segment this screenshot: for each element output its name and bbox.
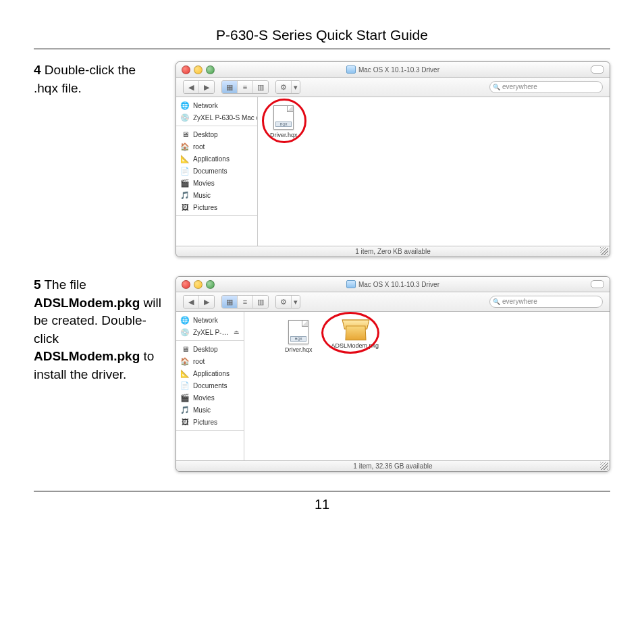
gear-icon: ⚙ [276, 296, 292, 308]
back-button[interactable]: ◀ [184, 81, 199, 93]
step-text-bold: ADSLModem.pkg [34, 296, 140, 310]
view-buttons: ▦ ≡ ▥ [221, 80, 269, 94]
sidebar-item-label: Movies [193, 180, 215, 187]
pictures-icon: 🖼 [180, 203, 190, 212]
step-5-row: 5 The file ADSLModem.pkg will be created… [34, 276, 610, 472]
document-icon: HQX [288, 320, 308, 344]
file-driver-hqx[interactable]: HQX Driver.hqx [285, 320, 313, 353]
sidebar-item-music[interactable]: 🎵Music [176, 404, 244, 416]
titlebar[interactable]: Mac OS X 10.1-10.3 Driver [176, 277, 610, 292]
sidebar-item-label: Network [193, 317, 218, 324]
sidebar-item-pictures[interactable]: 🖼Pictures [176, 416, 244, 428]
finder-window-1: Mac OS X 10.1-10.3 Driver ◀ ▶ ▦ ≡ ▥ ⚙ ▾ … [176, 61, 610, 257]
sidebar-item-label: ZyXEL P-630-S Mac driver [193, 114, 257, 122]
home-icon: 🏠 [180, 356, 190, 366]
sidebar-item-root[interactable]: 🏠root [176, 355, 244, 367]
sidebar-item-applications[interactable]: 📐Applications [176, 153, 257, 165]
window-title: Mac OS X 10.1-10.3 Driver [176, 65, 610, 74]
step-text-bold: ADSLModem.pkg [34, 349, 140, 363]
status-text: 1 item, 32.36 GB available [353, 462, 432, 470]
list-view-button[interactable]: ≡ [238, 296, 253, 308]
file-badge: HQX [290, 336, 306, 342]
content-area[interactable]: HQX Driver.hqx ADSLModem.pkg [244, 312, 610, 460]
step-4-text: 4 Double-click the .hqx file. [34, 61, 162, 97]
chevron-down-icon: ▾ [292, 81, 300, 93]
eject-icon[interactable]: ⏏ [234, 329, 240, 336]
action-menu[interactable]: ⚙ ▾ [275, 80, 300, 94]
sidebar-item-movies[interactable]: 🎬Movies [176, 392, 244, 404]
step-5-text: 5 The file ADSLModem.pkg will be created… [34, 276, 162, 384]
action-menu[interactable]: ⚙ ▾ [275, 295, 300, 308]
window-title: Mac OS X 10.1-10.3 Driver [176, 280, 610, 288]
page-number: 11 [34, 497, 610, 512]
sidebar-item-network[interactable]: 🌐Network [176, 99, 257, 111]
sidebar-item-label: Pictures [193, 204, 217, 211]
sidebar-group-devices: 🌐Network 💿ZyXEL P-…⏏ [176, 312, 244, 341]
resize-handle-icon[interactable] [600, 247, 608, 255]
sidebar-item-label: Music [193, 406, 211, 414]
sidebar-item-music[interactable]: 🎵Music [176, 189, 257, 201]
annotation-circle [321, 312, 379, 354]
column-view-button[interactable]: ▥ [253, 296, 268, 308]
search-input[interactable]: everywhere [489, 296, 603, 308]
header-rule [34, 49, 610, 49]
documents-icon: 📄 [180, 166, 190, 176]
sidebar-item-label: Network [193, 102, 218, 109]
finder-body: 🌐Network 💿ZyXEL P-…⏏ 🖥Desktop 🏠root 📐App… [176, 312, 610, 460]
toolbar: ◀ ▶ ▦ ≡ ▥ ⚙ ▾ everywhere [176, 292, 610, 312]
search-input[interactable]: everywhere [489, 81, 603, 93]
step-4-row: 4 Double-click the .hqx file. Mac OS X 1… [34, 61, 610, 257]
sidebar-item-network[interactable]: 🌐Network [176, 314, 244, 326]
sidebar-item-label: ZyXEL P-… [193, 329, 228, 336]
view-buttons: ▦ ≡ ▥ [221, 295, 269, 308]
icon-view-button[interactable]: ▦ [222, 296, 238, 308]
sidebar-item-desktop[interactable]: 🖥Desktop [176, 343, 244, 355]
sidebar-item-documents[interactable]: 📄Documents [176, 165, 257, 177]
sidebar-item-label: Pictures [193, 419, 217, 426]
sidebar-item-label: Music [193, 192, 211, 199]
gear-icon: ⚙ [276, 81, 292, 93]
forward-button[interactable]: ▶ [199, 296, 214, 308]
toolbar-toggle-icon[interactable] [591, 280, 604, 288]
disc-icon: 💿 [180, 327, 190, 337]
content-area[interactable]: HQX Driver.hqx [258, 97, 610, 246]
column-view-button[interactable]: ▥ [253, 81, 268, 93]
sidebar-item-root[interactable]: 🏠root [176, 140, 257, 153]
globe-icon: 🌐 [180, 315, 190, 325]
forward-button[interactable]: ▶ [199, 81, 214, 93]
back-button[interactable]: ◀ [184, 296, 199, 308]
status-bar: 1 item, Zero KB available [176, 246, 610, 257]
sidebar-group-places: 🖥Desktop 🏠root 📐Applications 📄Documents … [176, 341, 244, 431]
toolbar-toggle-icon[interactable] [591, 65, 604, 74]
list-view-button[interactable]: ≡ [238, 81, 253, 93]
chevron-down-icon: ▾ [292, 296, 300, 308]
movies-icon: 🎬 [180, 393, 190, 402]
window-title-text: Mac OS X 10.1-10.3 Driver [358, 281, 439, 288]
step-number: 5 [34, 277, 41, 292]
sidebar-item-disc[interactable]: 💿ZyXEL P-630-S Mac driver⏏ [176, 111, 257, 124]
globe-icon: 🌐 [180, 101, 190, 110]
desktop-icon: 🖥 [180, 344, 190, 354]
sidebar-item-movies[interactable]: 🎬Movies [176, 177, 257, 189]
sidebar-item-applications[interactable]: 📐Applications [176, 367, 244, 379]
annotation-circle [262, 99, 306, 143]
page-header: P-630-S Series Quick Start Guide [34, 27, 610, 43]
nav-buttons: ◀ ▶ [183, 295, 215, 308]
sidebar: 🌐Network 💿ZyXEL P-…⏏ 🖥Desktop 🏠root 📐App… [176, 312, 244, 460]
sidebar-item-pictures[interactable]: 🖼Pictures [176, 201, 257, 213]
finder-window-2: Mac OS X 10.1-10.3 Driver ◀ ▶ ▦ ≡ ▥ ⚙ ▾ … [176, 276, 610, 472]
movies-icon: 🎬 [180, 178, 190, 188]
sidebar: 🌐Network 💿ZyXEL P-630-S Mac driver⏏ 🖥Des… [176, 97, 258, 246]
sidebar-item-desktop[interactable]: 🖥Desktop [176, 128, 257, 140]
music-icon: 🎵 [180, 190, 190, 200]
icon-view-button[interactable]: ▦ [222, 81, 238, 93]
titlebar[interactable]: Mac OS X 10.1-10.3 Driver [176, 62, 610, 78]
search-wrap: everywhere [489, 296, 603, 308]
status-text: 1 item, Zero KB available [355, 248, 431, 255]
status-bar: 1 item, 32.36 GB available [176, 460, 610, 471]
disc-icon: 💿 [180, 113, 190, 122]
sidebar-item-label: root [193, 143, 205, 151]
sidebar-item-documents[interactable]: 📄Documents [176, 379, 244, 392]
sidebar-item-disc[interactable]: 💿ZyXEL P-…⏏ [176, 326, 244, 338]
resize-handle-icon[interactable] [600, 462, 608, 470]
